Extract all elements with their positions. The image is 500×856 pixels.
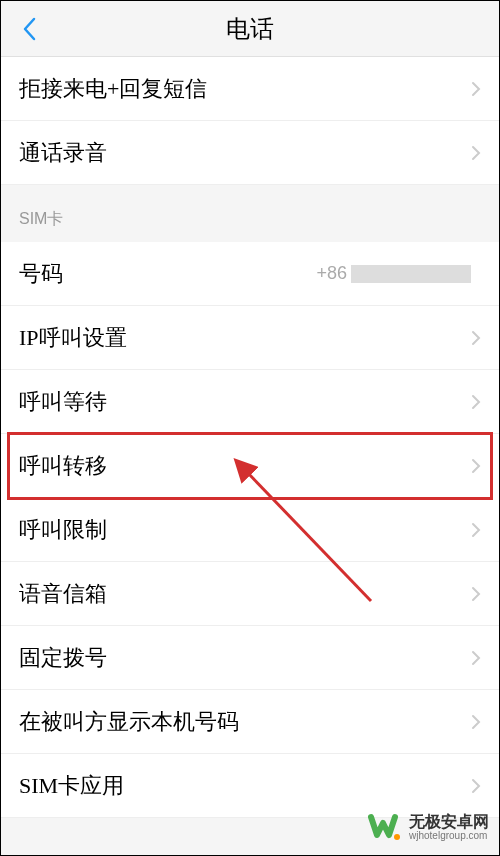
section-header-sim: SIM卡 [1,185,499,242]
watermark-text: 无极安卓网 wjhotelgroup.com [409,813,489,842]
row-ip-call[interactable]: IP呼叫设置 [1,306,499,370]
top-section: 拒接来电+回复短信 通话录音 [1,57,499,185]
row-label: 呼叫等待 [19,387,471,417]
row-label: 呼叫转移 [19,451,471,481]
row-value: +86 [316,263,471,284]
chevron-right-icon [471,145,481,161]
chevron-right-icon [471,586,481,602]
row-reject-sms[interactable]: 拒接来电+回复短信 [1,57,499,121]
watermark: 无极安卓网 wjhotelgroup.com [367,809,489,845]
row-caller-id[interactable]: 在被叫方显示本机号码 [1,690,499,754]
page-title: 电话 [1,13,499,45]
watermark-title: 无极安卓网 [409,813,489,831]
chevron-left-icon [22,17,36,41]
row-label: SIM卡应用 [19,771,471,801]
row-label: 固定拨号 [19,643,471,673]
sim-section: 号码 +86 IP呼叫设置 呼叫等待 呼叫转移 呼叫限制 语音信箱 [1,242,499,818]
watermark-url: wjhotelgroup.com [409,830,489,841]
row-call-forwarding[interactable]: 呼叫转移 [1,434,499,498]
row-number[interactable]: 号码 +86 [1,242,499,306]
redacted-number [351,265,471,283]
row-label: 通话录音 [19,138,471,168]
chevron-right-icon [471,778,481,794]
row-call-recording[interactable]: 通话录音 [1,121,499,185]
chevron-right-icon [471,394,481,410]
svg-point-2 [394,834,400,840]
row-label: 号码 [19,259,316,289]
back-button[interactable] [17,17,41,41]
row-fixed-dialing[interactable]: 固定拨号 [1,626,499,690]
chevron-right-icon [471,650,481,666]
chevron-right-icon [471,714,481,730]
row-voicemail[interactable]: 语音信箱 [1,562,499,626]
chevron-right-icon [471,330,481,346]
chevron-right-icon [471,81,481,97]
row-label: 语音信箱 [19,579,471,609]
row-label: 呼叫限制 [19,515,471,545]
header-bar: 电话 [1,1,499,57]
row-label: 在被叫方显示本机号码 [19,707,471,737]
row-label: 拒接来电+回复短信 [19,74,471,104]
row-call-barring[interactable]: 呼叫限制 [1,498,499,562]
chevron-right-icon [471,522,481,538]
row-call-waiting[interactable]: 呼叫等待 [1,370,499,434]
chevron-right-icon [471,458,481,474]
row-label: IP呼叫设置 [19,323,471,353]
watermark-logo-icon [367,809,403,845]
